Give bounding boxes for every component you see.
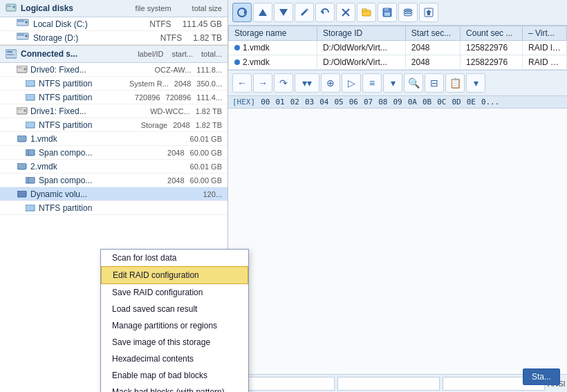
hex-col-header: 07 <box>364 97 373 106</box>
context-menu-scan-lost-data[interactable]: Scan for lost data <box>101 250 248 266</box>
toolbar-export-btn[interactable] <box>419 3 438 22</box>
tree-icon <box>25 79 36 88</box>
disk-fs: NTFS <box>149 19 171 29</box>
toolbar-2: ← → ↷ ▾▾ ⊕ ▷ ≡ ▾ 🔍 ⊟ 📋 ▾ <box>228 71 567 96</box>
toolbar-undo-btn[interactable] <box>315 3 335 22</box>
toolbar-refresh-btn[interactable] <box>232 3 252 22</box>
tree-item-start: 2048 <box>174 80 191 88</box>
tree-item[interactable]: 2.vmdk 60.01 GB <box>0 160 227 174</box>
tree-item-size: 350.0... <box>196 80 222 88</box>
tree-item[interactable]: Span compo... 2048 60.00 GB <box>0 146 227 160</box>
context-menu-mask-bad-blocks[interactable]: Mask bad blocks (with pattern) <box>101 384 248 392</box>
context-menu-save-raid[interactable]: Save RAID configuration <box>101 284 248 301</box>
context-menu-enable-bad-blocks[interactable]: Enable map of bad blocks <box>101 367 248 384</box>
tree-item[interactable]: Dynamic volu... 120... <box>0 187 227 201</box>
svg-rect-15 <box>26 80 35 86</box>
toolbar2-list-dropdown-btn[interactable]: ▾ <box>383 73 402 93</box>
tree-icon <box>25 93 36 102</box>
tree-item[interactable]: NTFS partition Storage 2048 1.82 TB <box>0 118 227 132</box>
toolbar2-back-btn[interactable]: ← <box>232 73 252 93</box>
hex-col-header: 03 <box>305 97 314 106</box>
cell-virt: RAID lev... <box>523 41 567 55</box>
toolbar2-list-btn[interactable]: ≡ <box>362 73 382 93</box>
hex-col-header: 0A <box>408 97 417 106</box>
hex-col-header: 0B <box>422 97 431 106</box>
logical-disk-item[interactable]: Storage (D:) NTFS 1.82 TB <box>0 31 227 45</box>
disk-size: 111.45 GB <box>183 19 222 29</box>
disk-name: Storage (D:) <box>33 33 160 43</box>
hex-content <box>228 109 567 374</box>
context-menu-hex-contents[interactable]: Hexadecimal contents <box>101 351 248 367</box>
context-menu-manage-partitions[interactable]: Manage partitions or regions <box>101 317 248 334</box>
toolbar2-rotate-btn[interactable]: ↷ <box>274 73 293 93</box>
status-button[interactable]: Sta... <box>523 368 560 385</box>
context-menu-load-scan[interactable]: Load saved scan result <box>101 301 248 317</box>
col-label-header: label/ID <box>138 50 163 58</box>
context-menu-edit-raid[interactable]: Edit RAID configuration <box>101 266 248 284</box>
table-row[interactable]: 1.vmdk D:/OldWork/Virt... 2048 125822976… <box>229 41 567 55</box>
disk-icon <box>17 19 29 29</box>
svg-point-18 <box>24 109 26 112</box>
tree-item[interactable]: NTFS partition 720896 720896 111.4... <box>0 91 227 104</box>
toolbar-up-btn[interactable] <box>253 3 272 22</box>
tree-item-name: Span compo... <box>39 176 162 185</box>
toolbar2-play-btn[interactable]: ▷ <box>342 73 361 93</box>
toolbar-edit-btn[interactable] <box>295 3 314 22</box>
table-row[interactable]: 2.vmdk D:/OldWork/Virt... 2048 125822976… <box>229 55 567 70</box>
hex-col-header: 02 <box>290 97 299 106</box>
toolbar-open-btn[interactable] <box>357 3 376 22</box>
svg-rect-16 <box>26 94 35 100</box>
tree-item-size: 60.00 GB <box>190 176 222 185</box>
svg-rect-22 <box>26 149 35 156</box>
toolbar-down-btn[interactable] <box>274 3 293 22</box>
toolbar2-copy-dropdown-btn[interactable]: ▾ <box>466 73 485 93</box>
hex-col-header: 00 <box>261 97 270 106</box>
tree-item[interactable]: NTFS partition <box>0 201 227 215</box>
tree-icon <box>17 189 28 199</box>
tree-item[interactable]: Drive0: Fixed... OCZ-AW... 111.8... <box>0 63 227 77</box>
svg-rect-10 <box>7 51 12 53</box>
svg-rect-14 <box>17 67 22 68</box>
tree-icon <box>25 148 36 158</box>
toolbar-save-btn[interactable] <box>378 3 397 22</box>
hex-label: [HEX] <box>232 97 255 106</box>
logical-disk-item[interactable]: Local Disk (C:) NTFS 111.45 GB <box>0 17 227 31</box>
disk-size: 1.82 TB <box>193 33 222 43</box>
bottom-bar: ANSI - C... <box>228 374 567 392</box>
hex-col-header: 0D <box>452 97 461 106</box>
toolbar2-add-btn[interactable]: ⊕ <box>321 73 340 93</box>
logical-disks-title: Logical disks <box>21 3 73 13</box>
toolbar2-forward-btn[interactable]: → <box>253 73 272 93</box>
tree-icon <box>25 176 36 185</box>
hex-col-header: 0C <box>437 97 446 106</box>
context-menu-save-image[interactable]: Save image of this storage <box>101 334 248 351</box>
tree-item[interactable]: Drive1: Fixed... WD-WCC... 1.82 TB <box>0 104 227 118</box>
tree-item[interactable]: NTFS partition System R... 2048 350.0... <box>0 77 227 91</box>
tree-item[interactable]: Span compo... 2048 60.00 GB <box>0 174 227 187</box>
cell-storage-id: D:/OldWork/Virt... <box>317 41 405 55</box>
tree-item-name: Span compo... <box>39 148 162 158</box>
cell-start-sec: 2048 <box>405 41 460 55</box>
toolbar2-copy-btn[interactable]: 📋 <box>445 73 465 93</box>
disk-icon <box>17 32 29 43</box>
tree-icon <box>17 162 28 171</box>
col-fs-label: file system <box>136 4 171 12</box>
hex-col-header: 01 <box>275 97 284 106</box>
tree-item-label: Storage <box>141 121 168 129</box>
tree-item-label: 720896 <box>135 93 160 102</box>
tree-item-name: Drive0: Fixed... <box>30 65 155 75</box>
cell-count-sec: 125822976 <box>461 41 523 55</box>
hex-header: [HEX]000102030405060708090A0B0C0D0E0... <box>228 96 567 109</box>
context-menu: Scan for lost dataEdit RAID configuratio… <box>100 249 249 392</box>
connected-storages-title: Connected s... <box>21 49 77 59</box>
dot-indicator <box>234 59 240 65</box>
tree-item-name: 1.vmdk <box>30 134 185 144</box>
toolbar-layers-btn[interactable] <box>398 3 418 22</box>
bottom-input-2[interactable] <box>337 377 440 391</box>
col-storage-id: Storage ID <box>317 26 405 41</box>
toolbar2-grid-btn[interactable]: ⊟ <box>425 73 444 93</box>
toolbar-cancel-btn[interactable] <box>336 3 355 22</box>
tree-item[interactable]: 1.vmdk 60.01 GB <box>0 132 227 146</box>
toolbar2-search-btn[interactable]: 🔍 <box>404 73 423 93</box>
toolbar2-bookmark-dropdown-btn[interactable]: ▾▾ <box>295 73 319 93</box>
